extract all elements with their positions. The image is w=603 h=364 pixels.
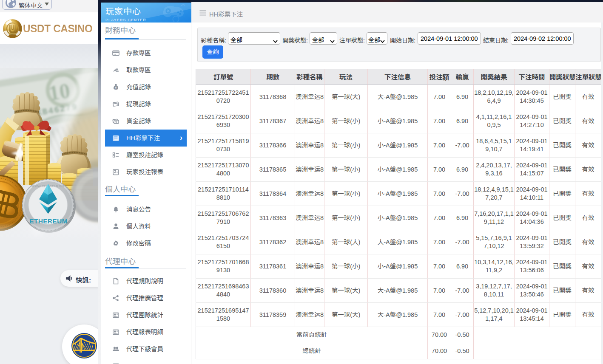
svg-text:CASINO: CASINO <box>10 34 16 35</box>
svg-text:¥: ¥ <box>115 86 117 89</box>
svg-text:10: 10 <box>47 79 72 105</box>
